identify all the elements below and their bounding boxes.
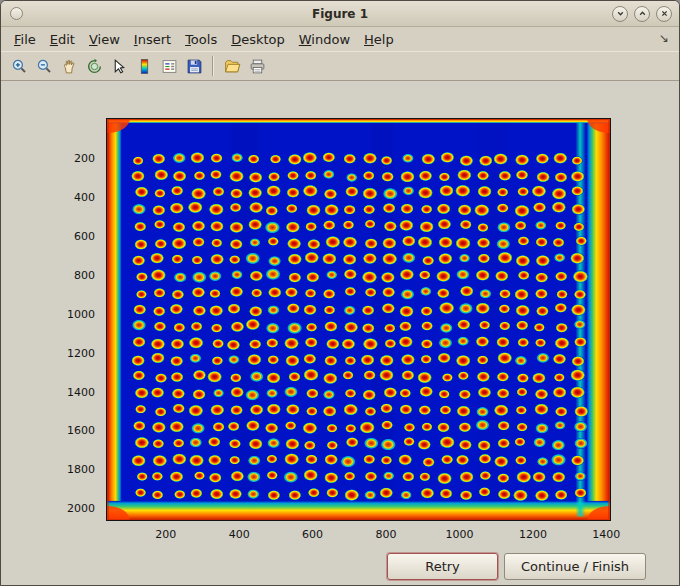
x-tick-labels: 200400600800100012001400: [107, 524, 610, 543]
toolbar-button-save[interactable]: [182, 54, 206, 78]
titlebar[interactable]: Figure 1: [1, 1, 679, 27]
x-tick-label: 600: [302, 528, 323, 541]
menu-item-window[interactable]: Window: [292, 30, 357, 49]
retry-button[interactable]: Retry: [387, 553, 498, 580]
x-tick-label: 400: [229, 528, 250, 541]
figure-canvas: 200400600800100012001400160018002000 200…: [1, 81, 679, 585]
menubar: FileEditViewInsertToolsDesktopWindowHelp…: [1, 27, 679, 51]
y-tick-label: 800: [74, 268, 95, 281]
menu-item-file[interactable]: File: [7, 30, 43, 49]
y-tick-labels: 200400600800100012001400160018002000: [59, 119, 101, 520]
menu-item-edit[interactable]: Edit: [43, 30, 82, 49]
y-tick-label: 1200: [67, 346, 95, 359]
chevron-up-icon: [638, 9, 647, 18]
rotate-3d-icon: [86, 58, 103, 75]
toolbar-button-open[interactable]: [220, 54, 244, 78]
edge-band-bottom: [107, 501, 610, 520]
save-icon: [186, 58, 203, 75]
toolbar-button-zoom-in[interactable]: [7, 54, 31, 78]
toolbar-button-print[interactable]: [245, 54, 269, 78]
menu-item-desktop[interactable]: Desktop: [224, 30, 292, 49]
chevron-down-icon: [616, 9, 625, 18]
y-tick-label: 400: [74, 190, 95, 203]
y-tick-label: 1400: [67, 385, 95, 398]
toolbar-button-legend[interactable]: [157, 54, 181, 78]
y-tick-label: 1800: [67, 463, 95, 476]
close-icon: [660, 9, 669, 18]
colorbar-icon: [136, 58, 153, 75]
print-icon: [249, 58, 266, 75]
y-tick-label: 1000: [67, 307, 95, 320]
menu-item-view[interactable]: View: [82, 30, 127, 49]
x-tick-label: 1000: [445, 528, 473, 541]
menu-item-insert[interactable]: Insert: [127, 30, 178, 49]
maximize-button[interactable]: [634, 6, 650, 22]
open-folder-icon: [224, 58, 241, 75]
close-button[interactable]: [656, 6, 672, 22]
plot-image: [107, 119, 610, 520]
window-controls: [612, 6, 672, 22]
x-tick-label: 800: [376, 528, 397, 541]
x-tick-label: 1200: [519, 528, 547, 541]
y-tick-label: 200: [74, 151, 95, 164]
toolbar-button-zoom-out[interactable]: [32, 54, 56, 78]
toolbar: [1, 51, 679, 81]
x-tick-label: 1400: [592, 528, 620, 541]
dock-figure-icon[interactable]: ↘: [659, 31, 669, 45]
zoom-out-icon: [36, 58, 53, 75]
toolbar-separator: [212, 56, 214, 76]
plot-axes[interactable]: 200400600800100012001400160018002000 200…: [106, 118, 611, 521]
y-tick-label: 600: [74, 229, 95, 242]
menu-item-tools[interactable]: Tools: [178, 30, 224, 49]
toolbar-button-pan[interactable]: [57, 54, 81, 78]
legend-icon: [161, 58, 178, 75]
toolbar-button-data-cursor[interactable]: [107, 54, 131, 78]
x-tick-label: 200: [155, 528, 176, 541]
hand-pan-icon: [61, 58, 78, 75]
minimize-button[interactable]: [612, 6, 628, 22]
edge-band-left: [107, 119, 122, 520]
zoom-in-icon: [11, 58, 28, 75]
window-menu-icon[interactable]: [10, 7, 23, 20]
menu-item-help[interactable]: Help: [357, 30, 401, 49]
edge-band-right: [587, 119, 610, 520]
y-tick-label: 1600: [67, 424, 95, 437]
y-tick-label: 2000: [67, 502, 95, 515]
toolbar-button-colorbar[interactable]: [132, 54, 156, 78]
continue-finish-button[interactable]: Continue / Finish: [504, 553, 646, 580]
toolbar-button-rotate-3d[interactable]: [82, 54, 106, 78]
figure-window: Figure 1 FileEditViewInsertToolsDesktopW…: [0, 0, 680, 586]
menu-items: FileEditViewInsertToolsDesktopWindowHelp: [7, 30, 401, 49]
window-title: Figure 1: [1, 7, 679, 21]
data-cursor-icon: [111, 58, 128, 75]
